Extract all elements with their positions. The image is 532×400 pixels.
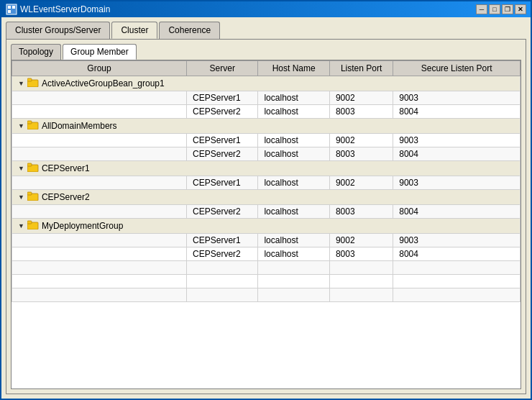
table-row: CEPServer2 localhost 8003 8004 — [12, 247, 520, 261]
cell-host: localhost — [258, 134, 329, 147]
cell-server: CEPServer1 — [187, 91, 258, 105]
cell-listen-port: 8003 — [329, 247, 393, 261]
table-group-row: ▼ MyDeploymentGroup — [12, 219, 520, 234]
cell-secure-port: 9003 — [393, 91, 520, 105]
col-header-listen-port: Listen Port — [329, 61, 393, 76]
cell-host: localhost — [258, 91, 329, 105]
cell-listen-port: 9002 — [329, 234, 393, 247]
svg-rect-9 — [27, 163, 32, 166]
table-row: CEPServer2 localhost 8003 8004 — [12, 147, 520, 161]
col-header-secure-listen-port: Secure Listen Port — [393, 61, 520, 76]
cell-host: localhost — [258, 105, 329, 119]
svg-rect-13 — [27, 221, 32, 224]
tab-group-member[interactable]: Group Member — [63, 44, 137, 60]
cell-group — [12, 91, 187, 105]
inner-tab-bar: Topology Group Member — [11, 44, 521, 60]
table-header-row: Group Server Host Name Listen Port — [12, 61, 520, 76]
cell-listen-port: 8003 — [329, 105, 393, 119]
cell-group — [12, 205, 187, 219]
svg-rect-7 — [27, 121, 32, 124]
table-row-empty — [12, 261, 520, 275]
cell-listen-port: 9002 — [329, 176, 393, 190]
svg-rect-11 — [27, 192, 32, 195]
minimize-button[interactable]: ─ — [476, 4, 487, 14]
cell-group — [12, 234, 187, 247]
cell-listen-port: 9002 — [329, 91, 393, 105]
cell-secure-port: 8004 — [393, 247, 520, 261]
cell-server: CEPServer2 — [187, 205, 258, 219]
group-name-label: CEPServer2 — [42, 192, 90, 202]
col-header-group: Group — [12, 61, 187, 76]
tab-topology[interactable]: Topology — [11, 44, 61, 60]
cell-listen-port: 8003 — [329, 147, 393, 161]
cell-secure-port: 8004 — [393, 205, 520, 219]
cell-host: localhost — [258, 176, 329, 190]
svg-rect-1 — [8, 6, 11, 9]
folder-icon — [27, 163, 39, 174]
col-header-hostname: Host Name — [258, 61, 329, 76]
cell-secure-port: 9003 — [393, 134, 520, 147]
cell-server: CEPServer1 — [187, 134, 258, 147]
tab-cluster[interactable]: Cluster — [111, 22, 157, 39]
title-left: WLEventServerDomain — [6, 4, 110, 15]
cell-server: CEPServer2 — [187, 147, 258, 161]
folder-icon — [27, 191, 39, 203]
folder-icon — [27, 220, 39, 232]
inner-panel: Group Server Host Name Listen Port — [11, 60, 521, 389]
tab-coherence[interactable]: Coherence — [159, 22, 220, 39]
cell-server: CEPServer2 — [187, 247, 258, 261]
svg-rect-5 — [27, 78, 32, 81]
cell-host: localhost — [258, 147, 329, 161]
table-row: CEPServer1 localhost 9002 9003 — [12, 134, 520, 147]
title-bar: WLEventServerDomain ─ □ ❐ ✕ — [1, 1, 531, 17]
cell-listen-port: 8003 — [329, 205, 393, 219]
expand-arrow-icon[interactable]: ▼ — [18, 165, 24, 172]
close-button[interactable]: ✕ — [515, 4, 526, 14]
expand-arrow-icon[interactable]: ▼ — [18, 122, 24, 129]
table-group-row: ▼ AllDomainMembers — [12, 119, 520, 134]
tab-cluster-groups[interactable]: Cluster Groups/Server — [6, 22, 110, 39]
cell-group — [12, 147, 187, 161]
table-row: CEPServer1 localhost 9002 9003 — [12, 176, 520, 190]
cell-group — [12, 134, 187, 147]
col-header-server: Server — [187, 61, 258, 76]
svg-rect-3 — [8, 10, 11, 13]
table-row-empty — [12, 288, 520, 302]
cell-server: CEPServer1 — [187, 176, 258, 190]
group-name-label: ActiveActiveGroupBean_group1 — [42, 78, 165, 88]
table-scroll-area[interactable]: Group Server Host Name Listen Port — [12, 60, 520, 388]
cell-host: localhost — [258, 234, 329, 247]
table-row: CEPServer1 localhost 9002 9003 — [12, 234, 520, 247]
window-icon — [6, 4, 17, 15]
table-body: ▼ ActiveActiveGroupBean_group1 CEPServer… — [12, 76, 520, 302]
cell-host: localhost — [258, 205, 329, 219]
expand-arrow-icon[interactable]: ▼ — [18, 222, 24, 229]
restore-button[interactable]: ❐ — [502, 4, 513, 14]
outer-panel: Topology Group Member Group — [6, 39, 526, 394]
table-group-row: ▼ CEPServer1 — [12, 161, 520, 176]
expand-arrow-icon[interactable]: ▼ — [18, 194, 24, 201]
cell-secure-port: 9003 — [393, 176, 520, 190]
window-title: WLEventServerDomain — [20, 4, 110, 14]
table-row: CEPServer1 localhost 9002 9003 — [12, 91, 520, 105]
cell-listen-port: 9002 — [329, 134, 393, 147]
table-group-row: ▼ ActiveActiveGroupBean_group1 — [12, 76, 520, 91]
table-row-empty — [12, 275, 520, 288]
cell-group — [12, 176, 187, 190]
maximize-button[interactable]: □ — [489, 4, 500, 14]
group-name-label: AllDomainMembers — [42, 121, 117, 131]
cell-group — [12, 105, 187, 119]
table-row: CEPServer2 localhost 8003 8004 — [12, 205, 520, 219]
folder-icon — [27, 78, 39, 89]
group-member-table: Group Server Host Name Listen Port — [12, 60, 520, 302]
content-area: Cluster Groups/Server Cluster Coherence … — [1, 17, 531, 399]
title-bar-controls: ─ □ ❐ ✕ — [476, 4, 526, 14]
group-name-label: CEPServer1 — [42, 163, 90, 173]
main-window: WLEventServerDomain ─ □ ❐ ✕ Cluster Grou… — [0, 0, 532, 400]
outer-tab-bar: Cluster Groups/Server Cluster Coherence — [6, 22, 526, 39]
table-row: CEPServer2 localhost 8003 8004 — [12, 105, 520, 119]
cell-server: CEPServer2 — [187, 105, 258, 119]
cell-secure-port: 8004 — [393, 105, 520, 119]
cell-secure-port: 8004 — [393, 147, 520, 161]
expand-arrow-icon[interactable]: ▼ — [18, 80, 24, 87]
